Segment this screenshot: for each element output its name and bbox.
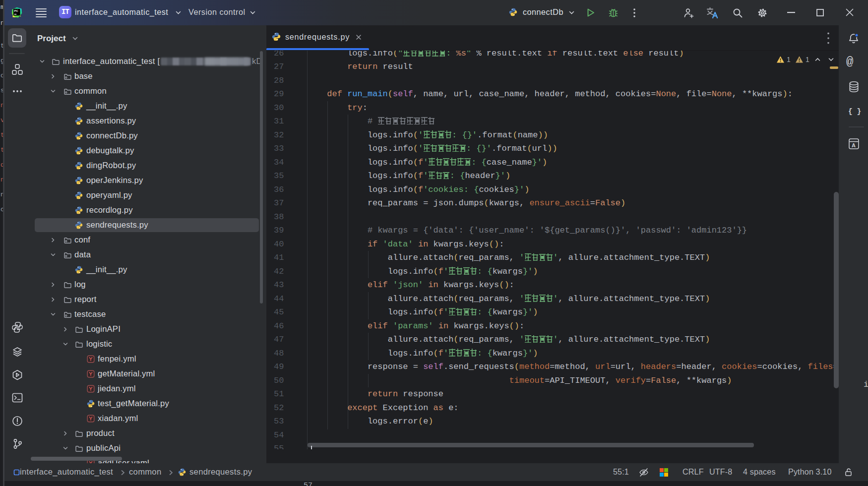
svg-text:PC: PC (14, 9, 19, 12)
svg-text:A: A (852, 142, 856, 148)
